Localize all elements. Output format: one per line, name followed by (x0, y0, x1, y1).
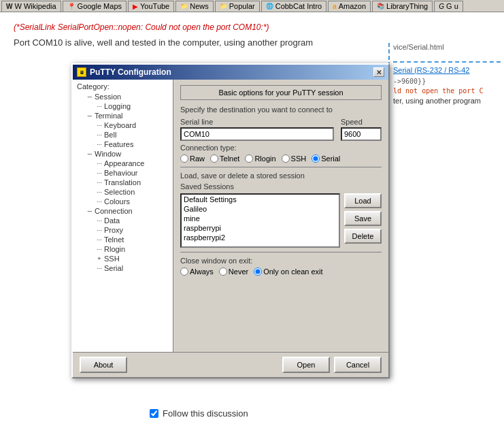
gu-icon: G (439, 3, 444, 10)
tab-news-label: News (190, 2, 209, 10)
tree-item-serial[interactable]: ··· Serial (75, 263, 170, 273)
radio-rlogin-input[interactable] (245, 155, 253, 163)
tree-item-appearance[interactable]: ··· Appearance (75, 159, 170, 168)
tab-amazon[interactable]: a Amazon (328, 1, 371, 12)
radio-raw-input[interactable] (180, 155, 188, 163)
close-window-section: Close window on exit: Always Never On (180, 257, 382, 276)
tree-item-behaviour[interactable]: ··· Behaviour (75, 168, 170, 178)
session-raspberrypi[interactable]: raspberrypi (182, 223, 339, 233)
tree-item-selection[interactable]: ··· Selection (75, 187, 170, 197)
footer-btn-group: Open Cancel (282, 357, 382, 373)
divider-1 (180, 167, 382, 167)
tab-librarything-label: LibraryThing (386, 2, 428, 10)
right-code2: ld not open the port C (393, 87, 501, 95)
radio-rlogin[interactable]: Rlogin (245, 155, 275, 163)
tree-item-logging[interactable]: ··· Logging (75, 101, 170, 111)
right-service-link: vice/Serial.html (393, 43, 501, 51)
open-button[interactable]: Open (282, 357, 330, 373)
tab-news[interactable]: 📁 News (175, 1, 214, 12)
dialog-titlebar: 🖥 PuTTY Configuration ✕ (73, 65, 388, 80)
sessions-list[interactable]: Default Settings Galileo mine raspberryp… (180, 193, 340, 248)
close-always-input[interactable] (180, 267, 188, 276)
load-button[interactable]: Load (344, 193, 382, 208)
tab-youtube[interactable]: ▶ YouTube (128, 1, 174, 12)
serial-line-input[interactable] (180, 127, 334, 141)
close-never-input[interactable] (219, 267, 227, 276)
tab-amazon-label: Amazon (339, 2, 366, 10)
putty-dialog: 🖥 PuTTY Configuration ✕ Category: ─ Sess… (71, 63, 390, 378)
close-window-radio-group: Always Never Only on clean exit (180, 267, 382, 276)
serial-link[interactable]: Serial (RS-232 / RS-42 (393, 66, 470, 74)
tree-item-colours[interactable]: ··· Colours (75, 197, 170, 206)
tree-item-features[interactable]: ··· Features (75, 140, 170, 149)
dialog-title: PuTTY Configuration (90, 67, 171, 77)
tab-googlemaps[interactable]: 📍 Google Maps (63, 1, 127, 12)
close-never-label: Never (229, 267, 248, 276)
tree-item-telnet[interactable]: ··· Telnet (75, 235, 170, 244)
tree-label-logging: Logging (104, 102, 131, 110)
tree-item-terminal[interactable]: ─ Terminal (75, 111, 170, 120)
tree-item-bell[interactable]: ··· Bell (75, 130, 170, 140)
tab-librarything[interactable]: 📚 LibraryThing (372, 1, 433, 12)
session-default[interactable]: Default Settings (182, 195, 339, 204)
tree-item-translation[interactable]: ··· Translation (75, 178, 170, 187)
tree-item-rlogin[interactable]: ··· Rlogin (75, 244, 170, 254)
connection-type-radio-group: Raw Telnet Rlogin SSH (180, 155, 382, 163)
right-panel: vice/Serial.html Serial (RS-232 / RS-42 … (388, 43, 501, 105)
tree-label-session: Session (95, 93, 121, 101)
close-clean-input[interactable] (254, 267, 262, 276)
tree-label-colours: Colours (104, 197, 130, 206)
radio-ssh[interactable]: SSH (282, 155, 307, 163)
about-button[interactable]: About (80, 357, 127, 373)
dialog-close-button[interactable]: ✕ (373, 67, 384, 77)
tree-label-translation: Translation (104, 178, 141, 186)
tab-cobbcat[interactable]: 🌐 CobbCat Intro (261, 1, 326, 12)
sessions-row: Default Settings Galileo mine raspberryp… (180, 193, 382, 248)
config-panel: Basic options for your PuTTY session Spe… (173, 80, 388, 352)
radio-telnet-input[interactable] (210, 155, 218, 163)
close-clean[interactable]: Only on clean exit (254, 267, 322, 276)
tab-popular[interactable]: 📁 Popular (215, 1, 260, 12)
speed-group: Speed (341, 118, 382, 141)
dialog-body: Category: ─ Session ··· Logging ─ Termin… (73, 80, 388, 352)
tree-item-keyboard[interactable]: ··· Keyboard (75, 120, 170, 130)
follow-section: Follow this discussion (150, 408, 248, 419)
tree-item-window[interactable]: ─ Window (75, 149, 170, 159)
config-header: Basic options for your PuTTY session (180, 85, 382, 100)
speed-input[interactable] (341, 127, 382, 141)
news-icon: 📁 (180, 3, 188, 10)
tab-gu[interactable]: G G u (434, 1, 463, 12)
close-never[interactable]: Never (219, 267, 248, 276)
save-button[interactable]: Save (344, 211, 382, 226)
saved-sessions-label: Saved Sessions (180, 182, 382, 191)
radio-serial-input[interactable] (312, 155, 320, 163)
session-raspberrypi2[interactable]: raspberrypi2 (182, 233, 339, 242)
cancel-button[interactable]: Cancel (334, 357, 382, 373)
tree-item-ssh[interactable]: + SSH (75, 254, 170, 263)
tree-item-data[interactable]: ··· Data (75, 216, 170, 225)
radio-telnet[interactable]: Telnet (210, 155, 239, 163)
radio-raw[interactable]: Raw (180, 155, 205, 163)
tree-item-connection[interactable]: ─ Connection (75, 206, 170, 216)
tab-cobbcat-label: CobbCat Intro (275, 2, 322, 10)
session-mine[interactable]: mine (182, 214, 339, 223)
tree-label-behaviour: Behaviour (104, 169, 138, 177)
close-always[interactable]: Always (180, 267, 214, 276)
tree-item-proxy[interactable]: ··· Proxy (75, 225, 170, 235)
divider-2 (180, 252, 382, 253)
delete-button[interactable]: Delete (344, 229, 382, 244)
right-code: ->9600}} (393, 78, 501, 85)
radio-ssh-input[interactable] (282, 155, 290, 163)
follow-checkbox[interactable] (150, 409, 158, 418)
tab-gu-label: G u (446, 2, 458, 10)
load-save-label: Load, save or delete a stored session (180, 172, 382, 180)
radio-serial[interactable]: Serial (312, 155, 340, 163)
session-galileo[interactable]: Galileo (182, 204, 339, 214)
tree-item-session[interactable]: ─ Session (75, 92, 170, 101)
tab-wikipedia[interactable]: W W Wikipedia (1, 1, 61, 12)
putty-icon: 🖥 (77, 67, 86, 77)
youtube-icon: ▶ (133, 3, 138, 10)
radio-serial-label: Serial (321, 155, 340, 163)
amazon-icon: a (333, 3, 337, 10)
page-background: (*SerialLink SerialPortOpen::nopen: Coul… (0, 12, 504, 439)
